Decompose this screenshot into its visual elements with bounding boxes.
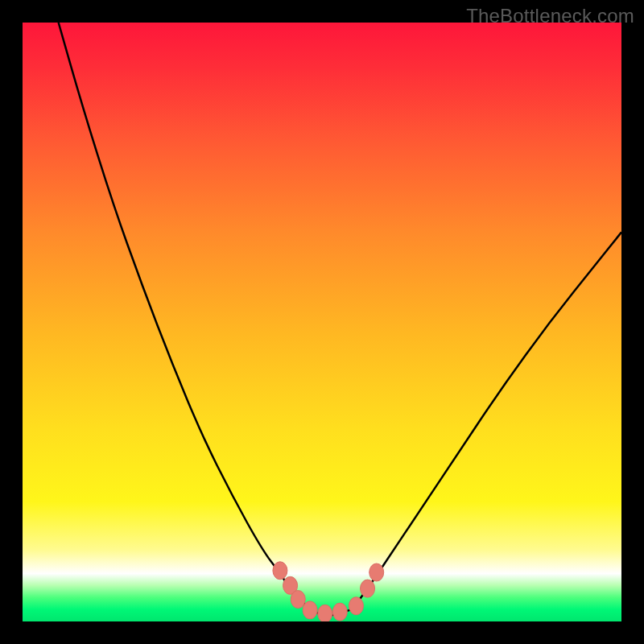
marker-point <box>349 597 363 615</box>
marker-point <box>291 590 305 608</box>
highlighted-points <box>273 562 384 621</box>
watermark: TheBottleneck.com <box>466 5 634 27</box>
marker-point <box>303 601 317 619</box>
marker-layer <box>23 23 621 621</box>
marker-point <box>361 580 375 597</box>
marker-point <box>332 603 347 621</box>
marker-point <box>318 605 332 621</box>
chart-container: TheBottleneck.com <box>0 0 644 644</box>
marker-point <box>369 564 384 581</box>
marker-point <box>273 562 287 580</box>
plot-area <box>23 23 621 621</box>
